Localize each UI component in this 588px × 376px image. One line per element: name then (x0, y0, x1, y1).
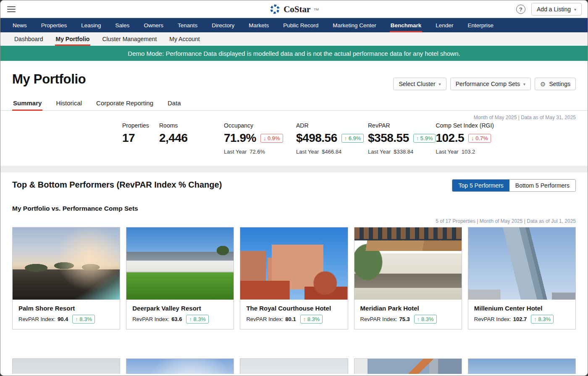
sub-nav-item[interactable]: Cluster Management (101, 32, 158, 46)
stat-value: 2,446 (159, 131, 188, 145)
performers-section: Top & Bottom Performers (RevPAR Index % … (0, 172, 588, 374)
performance-comp-sets-label: Performance Comp Sets (456, 81, 520, 87)
hotel-photo (354, 359, 462, 374)
main-nav-item[interactable]: News (12, 18, 28, 32)
stat: Comp Set Index (RGI) 102.5 ↓ 0.7% Last Y… (436, 122, 494, 155)
brand-name: CoStar (284, 4, 310, 14)
revpar-change-badge: ↑ 8.3% (414, 315, 437, 324)
main-nav-item[interactable]: Lender (435, 18, 454, 32)
performers-toggle-segment[interactable]: Top 5 Performers (452, 180, 509, 191)
settings-button[interactable]: ⚙ Settings (535, 78, 576, 90)
last-year-value: $466.84 (322, 149, 341, 155)
hotel-card[interactable] (126, 358, 234, 374)
page-header: My Portfolio Select Cluster ▾ Performanc… (0, 61, 588, 111)
main-nav-item[interactable]: Owners (143, 18, 164, 32)
performers-as-of: 5 of 17 Properties | Month of May 2025 |… (12, 218, 576, 224)
hotel-card[interactable]: Deerpark Valley Resort RevPAR Index: 63.… (126, 227, 234, 329)
hotel-photo (126, 227, 234, 300)
hotel-card[interactable] (240, 358, 348, 374)
stat-last-year: Last Year$338.84 (368, 149, 436, 155)
revpar-change-badge: ↑ 8.3% (300, 315, 323, 324)
hotel-name: The Royal Courthouse Hotel (246, 305, 341, 312)
main-nav-item[interactable]: Markets (248, 18, 270, 32)
app-window: CoStar TM ? Add a Listing ▾ News Propert… (0, 0, 588, 376)
revpar-index-label: RevPAR Index: (18, 316, 55, 322)
stat-value: 71.9% (224, 131, 256, 145)
hotel-card[interactable] (354, 358, 462, 374)
chevron-down-icon: ▾ (523, 82, 525, 86)
stat-value: $498.56 (296, 131, 337, 145)
demo-mode-banner: Demo Mode: Performance Data displayed is… (0, 46, 588, 61)
top-bar: CoStar TM ? Add a Listing ▾ (0, 0, 588, 18)
stat: ADR $498.56 ↑ 6.9% Last Year$466.84 (296, 122, 368, 155)
hotel-card[interactable]: Palm Shore Resort RevPAR Index: 90.4 ↑ 8… (12, 227, 120, 329)
portfolio-tabs: Summary Historical Corporate Reporting D… (12, 99, 576, 110)
stat-last-year: Last Year103.2 (436, 149, 494, 155)
tab[interactable]: Data (167, 99, 182, 110)
performers-toggle-segment[interactable]: Bottom 5 Performers (509, 180, 575, 191)
stat-change-badge: ↑ 5.9% (413, 134, 436, 143)
hotel-card[interactable] (468, 358, 576, 374)
hotel-name: Meridian Park Hotel (360, 305, 456, 312)
main-nav-item[interactable]: Sales (115, 18, 131, 32)
performance-comp-sets-dropdown[interactable]: Performance Comp Sets ▾ (450, 78, 531, 90)
main-nav-item[interactable]: Properties (40, 18, 68, 32)
main-nav: News Properties Leasing Sales Owners Ten… (0, 18, 588, 32)
gear-icon: ⚙ (540, 81, 546, 87)
sub-nav-item[interactable]: Dashboard (13, 32, 44, 46)
select-cluster-label: Select Cluster (399, 81, 435, 87)
stat-change-badge: ↓ 0.7% (468, 134, 491, 143)
select-cluster-dropdown[interactable]: Select Cluster ▾ (393, 78, 446, 90)
sub-nav-item[interactable]: My Portfolio (55, 32, 91, 46)
hotel-card[interactable]: The Royal Courthouse Hotel RevPAR Index:… (240, 227, 348, 329)
hotel-card[interactable] (12, 358, 120, 374)
main-nav-item[interactable]: Leasing (80, 18, 102, 32)
main-nav-item[interactable]: Enterprise (467, 18, 494, 32)
section-divider (0, 166, 588, 172)
hotel-photo (13, 227, 120, 300)
stat-last-year: Last Year72.6% (224, 149, 296, 155)
costar-logo: CoStar TM (269, 3, 319, 15)
add-a-listing-label: Add a Listing (537, 6, 571, 13)
performers-toggle: Top 5 Performers Bottom 5 Performers (452, 179, 576, 192)
costar-pinwheel-icon (269, 3, 281, 15)
main-nav-item[interactable]: Benchmark (390, 18, 423, 32)
main-nav-item[interactable]: Marketing Center (332, 18, 377, 32)
summary-stats-section: Month of May 2025 | Data as of May 31, 2… (0, 111, 588, 166)
revpar-change-badge: ↑ 8.3% (72, 315, 95, 324)
revpar-index-value: 63.6 (171, 316, 182, 322)
last-year-label: Last Year (296, 149, 319, 155)
stat-change-badge: ↑ 6.9% (341, 134, 364, 143)
stat-value: 17 (122, 131, 135, 145)
stat-change-badge: ↓ 0.9% (260, 134, 283, 143)
brand-trademark: TM (314, 7, 319, 11)
revpar-index-value: 90.4 (58, 316, 68, 322)
hotel-name: Deerpark Valley Resort (132, 305, 228, 312)
tab[interactable]: Corporate Reporting (95, 99, 154, 110)
stat-value: $358.55 (368, 131, 409, 145)
revpar-index-label: RevPAR Index: (132, 316, 169, 322)
tab[interactable]: Summary (12, 99, 42, 110)
main-nav-item[interactable]: Tenants (177, 18, 198, 32)
revpar-index-value: 102.7 (513, 316, 527, 322)
help-icon[interactable]: ? (516, 5, 525, 14)
main-nav-item[interactable]: Directory (211, 18, 235, 32)
add-a-listing-button[interactable]: Add a Listing ▾ (531, 3, 582, 16)
hotel-photo (240, 359, 347, 374)
main-nav-item[interactable]: Public Record (282, 18, 319, 32)
stat-label: Comp Set Index (RGI) (436, 122, 494, 129)
chevron-down-icon: ▾ (439, 82, 441, 86)
hotel-card[interactable]: Millenium Center Hotel RevPAR Index: 102… (468, 227, 576, 329)
stat-label: Rooms (159, 122, 224, 129)
hotel-card[interactable]: Meridian Park Hotel RevPAR Index: 75.3 ↑… (354, 227, 462, 329)
hotel-photo (468, 227, 575, 300)
tab[interactable]: Historical (55, 99, 83, 110)
stat-label: Occupancy (224, 122, 296, 129)
hotel-photo (126, 359, 234, 374)
menu-icon[interactable] (7, 6, 16, 12)
stat-label: ADR (296, 122, 368, 129)
stat: Rooms 2,446 Last Year (159, 122, 224, 155)
last-year-label: Last Year (436, 149, 458, 155)
revpar-index-value: 75.3 (399, 316, 410, 322)
sub-nav-item[interactable]: My Account (168, 32, 200, 46)
